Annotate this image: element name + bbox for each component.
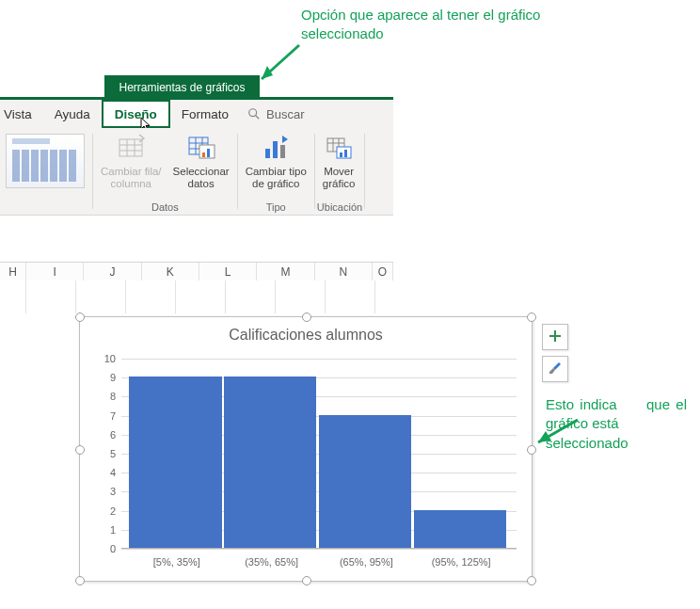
move-chart-button[interactable]: Mover gráfico [317,128,361,190]
arrow-top-icon [252,41,305,88]
search-icon [247,107,261,120]
svg-rect-27 [340,152,342,157]
switch-row-column-icon [115,132,147,164]
ribbon-separator [237,134,238,209]
select-data-button[interactable]: Seleccionar datos [167,128,235,190]
col-header-h[interactable]: H [0,263,26,281]
button-label: datos [188,178,215,190]
col-header-n[interactable]: N [315,263,373,281]
resize-handle[interactable] [302,576,311,585]
col-header-o[interactable]: O [373,263,393,281]
resize-handle[interactable] [302,313,311,322]
change-chart-type-icon [260,132,292,164]
svg-rect-18 [207,149,210,157]
chart-styles-button[interactable] [542,356,568,382]
resize-handle[interactable] [75,576,85,585]
search-placeholder: Buscar [266,107,304,121]
chart-style-thumbnail[interactable] [6,134,85,188]
annotation-right-line: Esto indica [546,396,617,412]
ribbon-group-label: Ubicación [317,201,362,213]
svg-marker-1 [262,66,273,79]
change-chart-type-button[interactable]: Cambiar tipo de gráfico [240,128,312,190]
chart-y-tick: 5 [93,448,121,459]
resize-handle[interactable] [527,445,536,455]
svg-rect-19 [265,149,270,158]
svg-rect-6 [119,139,142,156]
chart-y-tick: 9 [93,372,121,383]
chart-bar[interactable] [224,377,316,548]
svg-rect-28 [344,150,347,157]
col-header-j[interactable]: J [84,263,141,281]
svg-rect-21 [280,145,285,158]
plus-icon [548,329,563,346]
tab-diseno[interactable]: Diseño [102,100,170,128]
col-header-i[interactable]: I [26,263,84,281]
annotation-top: Opción que aparece al tener el gráfico s… [301,6,583,44]
svg-rect-20 [273,141,278,158]
chart-y-tick: 8 [93,391,121,402]
chart-bar[interactable] [414,510,506,548]
col-header-m[interactable]: M [257,263,314,281]
tab-ayuda[interactable]: Ayuda [43,100,102,128]
button-label: Cambiar tipo [246,166,307,178]
chart-y-tick: 4 [93,467,121,478]
chart-y-tick: 3 [93,486,121,497]
ribbon-group-ubicacion: Mover gráfico Ubicación [317,128,362,215]
button-label: columna [111,178,151,190]
paintbrush-icon [548,361,563,378]
ribbon-separator [314,134,315,209]
chart-bar[interactable] [319,415,411,548]
button-label: gráfico [323,178,356,190]
button-label: de gráfico [252,178,300,190]
chart-x-tick: [5%, 35%] [153,556,200,568]
ribbon-group-datos: Cambiar fila/ columna Seleccionar datos … [95,128,235,215]
chart-plot-area[interactable]: 012345678910 [121,359,517,549]
ribbon-separator [364,134,365,209]
chart-y-tick: 7 [93,410,121,422]
resize-handle[interactable] [527,313,536,322]
ribbon-group-label: Tipo [240,201,312,213]
svg-line-5 [256,116,260,120]
chart-x-tick: (65%, 95%] [340,556,393,568]
resize-handle[interactable] [527,576,536,585]
chart-x-tick: (35%, 65%] [245,556,298,568]
chart-y-tick: 2 [93,505,121,517]
ribbon-group-label: Datos [95,201,235,213]
chart-elements-button[interactable] [542,324,568,350]
col-header-l[interactable]: L [199,263,257,281]
tab-vista[interactable]: Vista [0,100,43,128]
select-data-icon [185,132,217,164]
ribbon-separator [92,134,93,209]
tab-formato[interactable]: Formato [170,100,240,128]
resize-handle[interactable] [75,313,85,322]
annotation-right-line: está [592,415,618,431]
chart-x-tick: (95%, 125%] [432,556,491,568]
button-label: Seleccionar [173,166,230,178]
column-headers: H I J K L M N O [0,262,393,282]
move-chart-icon [323,132,355,164]
button-label: Cambiar fila/ [101,166,162,178]
ribbon: Cambiar fila/ columna Seleccionar datos … [0,128,393,216]
ribbon-tab-row: Vista Ayuda Diseño Formato Buscar [0,100,393,128]
svg-rect-26 [337,147,351,158]
chart-y-tick: 0 [93,543,121,554]
chart-x-axis: [5%, 35%](35%, 65%](65%, 95%](95%, 125%] [121,556,517,571]
embedded-chart[interactable]: Calificaciones alumnos 012345678910 [5%,… [79,316,533,582]
col-header-k[interactable]: K [142,263,199,281]
chart-bar[interactable] [129,377,221,548]
chart-y-tick: 10 [93,353,121,364]
tell-me-search[interactable]: Buscar [240,100,304,128]
chart-y-tick: 1 [93,524,121,536]
svg-point-4 [249,109,257,117]
button-label: Mover [324,166,354,178]
switch-row-column-button: Cambiar fila/ columna [95,128,167,190]
resize-handle[interactable] [75,445,85,455]
svg-rect-17 [202,152,205,157]
chart-y-tick: 6 [93,429,121,441]
ribbon-group-tipo: Cambiar tipo de gráfico Tipo [240,128,312,215]
worksheet-cells[interactable] [0,280,393,313]
